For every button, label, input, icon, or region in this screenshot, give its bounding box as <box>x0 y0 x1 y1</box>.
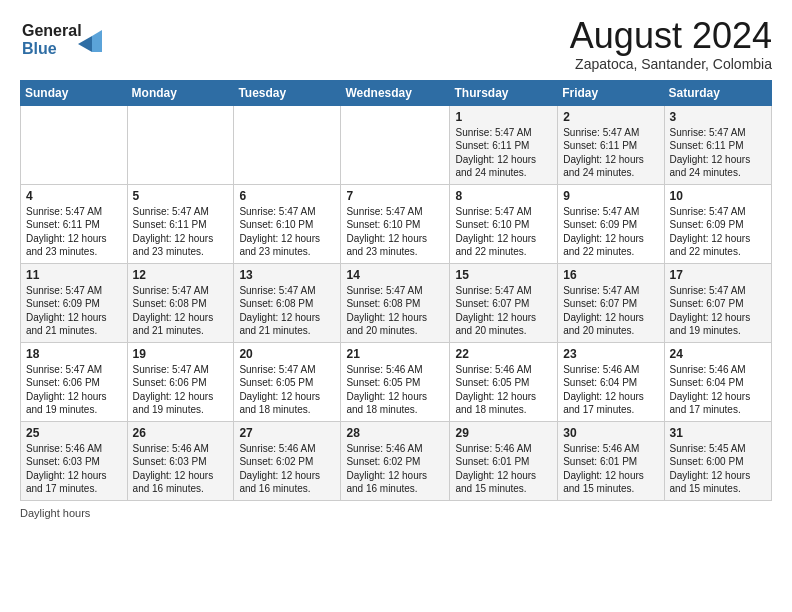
calendar-cell: 16Sunrise: 5:47 AM Sunset: 6:07 PM Dayli… <box>558 263 664 342</box>
day-number: 16 <box>563 268 658 282</box>
day-number: 31 <box>670 426 766 440</box>
day-info: Sunrise: 5:47 AM Sunset: 6:08 PM Dayligh… <box>239 284 335 338</box>
weekday-header-sunday: Sunday <box>21 80 128 105</box>
weekday-header-thursday: Thursday <box>450 80 558 105</box>
day-info: Sunrise: 5:47 AM Sunset: 6:07 PM Dayligh… <box>455 284 552 338</box>
calendar-cell: 3Sunrise: 5:47 AM Sunset: 6:11 PM Daylig… <box>664 105 771 184</box>
day-info: Sunrise: 5:47 AM Sunset: 6:10 PM Dayligh… <box>455 205 552 259</box>
day-number: 2 <box>563 110 658 124</box>
day-info: Sunrise: 5:47 AM Sunset: 6:11 PM Dayligh… <box>26 205 122 259</box>
day-number: 24 <box>670 347 766 361</box>
day-info: Sunrise: 5:46 AM Sunset: 6:04 PM Dayligh… <box>563 363 658 417</box>
day-number: 12 <box>133 268 229 282</box>
title-block: August 2024 Zapatoca, Santander, Colombi… <box>570 16 772 72</box>
day-number: 8 <box>455 189 552 203</box>
calendar-week-row: 25Sunrise: 5:46 AM Sunset: 6:03 PM Dayli… <box>21 421 772 500</box>
day-number: 28 <box>346 426 444 440</box>
day-info: Sunrise: 5:45 AM Sunset: 6:00 PM Dayligh… <box>670 442 766 496</box>
calendar-cell: 26Sunrise: 5:46 AM Sunset: 6:03 PM Dayli… <box>127 421 234 500</box>
calendar-week-row: 18Sunrise: 5:47 AM Sunset: 6:06 PM Dayli… <box>21 342 772 421</box>
weekday-header-saturday: Saturday <box>664 80 771 105</box>
calendar-cell: 14Sunrise: 5:47 AM Sunset: 6:08 PM Dayli… <box>341 263 450 342</box>
calendar-cell: 8Sunrise: 5:47 AM Sunset: 6:10 PM Daylig… <box>450 184 558 263</box>
day-number: 11 <box>26 268 122 282</box>
calendar-cell: 5Sunrise: 5:47 AM Sunset: 6:11 PM Daylig… <box>127 184 234 263</box>
day-info: Sunrise: 5:47 AM Sunset: 6:07 PM Dayligh… <box>563 284 658 338</box>
page: General Blue August 2024 Zapatoca, Santa… <box>0 0 792 529</box>
day-info: Sunrise: 5:46 AM Sunset: 6:01 PM Dayligh… <box>455 442 552 496</box>
calendar-cell: 31Sunrise: 5:45 AM Sunset: 6:00 PM Dayli… <box>664 421 771 500</box>
day-number: 13 <box>239 268 335 282</box>
calendar-cell <box>234 105 341 184</box>
day-info: Sunrise: 5:47 AM Sunset: 6:07 PM Dayligh… <box>670 284 766 338</box>
day-number: 19 <box>133 347 229 361</box>
calendar-cell: 28Sunrise: 5:46 AM Sunset: 6:02 PM Dayli… <box>341 421 450 500</box>
day-info: Sunrise: 5:47 AM Sunset: 6:06 PM Dayligh… <box>26 363 122 417</box>
day-number: 17 <box>670 268 766 282</box>
calendar-cell: 19Sunrise: 5:47 AM Sunset: 6:06 PM Dayli… <box>127 342 234 421</box>
calendar-cell: 10Sunrise: 5:47 AM Sunset: 6:09 PM Dayli… <box>664 184 771 263</box>
day-number: 4 <box>26 189 122 203</box>
day-number: 7 <box>346 189 444 203</box>
calendar-cell: 15Sunrise: 5:47 AM Sunset: 6:07 PM Dayli… <box>450 263 558 342</box>
day-number: 29 <box>455 426 552 440</box>
day-info: Sunrise: 5:47 AM Sunset: 6:08 PM Dayligh… <box>346 284 444 338</box>
logo: General Blue <box>20 16 110 64</box>
day-number: 5 <box>133 189 229 203</box>
calendar-cell: 11Sunrise: 5:47 AM Sunset: 6:09 PM Dayli… <box>21 263 128 342</box>
svg-marker-3 <box>92 30 102 52</box>
weekday-header-monday: Monday <box>127 80 234 105</box>
calendar-cell: 27Sunrise: 5:46 AM Sunset: 6:02 PM Dayli… <box>234 421 341 500</box>
svg-text:General: General <box>22 22 82 39</box>
calendar-cell: 6Sunrise: 5:47 AM Sunset: 6:10 PM Daylig… <box>234 184 341 263</box>
day-info: Sunrise: 5:47 AM Sunset: 6:11 PM Dayligh… <box>670 126 766 180</box>
day-info: Sunrise: 5:47 AM Sunset: 6:09 PM Dayligh… <box>670 205 766 259</box>
footer: Daylight hours <box>20 507 772 519</box>
calendar-cell: 12Sunrise: 5:47 AM Sunset: 6:08 PM Dayli… <box>127 263 234 342</box>
calendar-cell: 29Sunrise: 5:46 AM Sunset: 6:01 PM Dayli… <box>450 421 558 500</box>
day-info: Sunrise: 5:46 AM Sunset: 6:03 PM Dayligh… <box>26 442 122 496</box>
day-number: 23 <box>563 347 658 361</box>
day-info: Sunrise: 5:47 AM Sunset: 6:11 PM Dayligh… <box>455 126 552 180</box>
day-number: 30 <box>563 426 658 440</box>
header: General Blue August 2024 Zapatoca, Santa… <box>20 16 772 72</box>
day-number: 20 <box>239 347 335 361</box>
footer-label: Daylight hours <box>20 507 90 519</box>
subtitle: Zapatoca, Santander, Colombia <box>570 56 772 72</box>
day-info: Sunrise: 5:46 AM Sunset: 6:03 PM Dayligh… <box>133 442 229 496</box>
weekday-header-wednesday: Wednesday <box>341 80 450 105</box>
day-info: Sunrise: 5:46 AM Sunset: 6:02 PM Dayligh… <box>239 442 335 496</box>
calendar-cell: 17Sunrise: 5:47 AM Sunset: 6:07 PM Dayli… <box>664 263 771 342</box>
calendar-week-row: 4Sunrise: 5:47 AM Sunset: 6:11 PM Daylig… <box>21 184 772 263</box>
calendar-cell <box>341 105 450 184</box>
svg-text:Blue: Blue <box>22 40 57 57</box>
day-number: 18 <box>26 347 122 361</box>
calendar-cell <box>127 105 234 184</box>
calendar-cell: 7Sunrise: 5:47 AM Sunset: 6:10 PM Daylig… <box>341 184 450 263</box>
logo-text: General Blue <box>20 16 110 64</box>
calendar-cell <box>21 105 128 184</box>
day-number: 22 <box>455 347 552 361</box>
day-info: Sunrise: 5:46 AM Sunset: 6:05 PM Dayligh… <box>346 363 444 417</box>
day-number: 6 <box>239 189 335 203</box>
calendar-cell: 18Sunrise: 5:47 AM Sunset: 6:06 PM Dayli… <box>21 342 128 421</box>
calendar-week-row: 11Sunrise: 5:47 AM Sunset: 6:09 PM Dayli… <box>21 263 772 342</box>
calendar-cell: 30Sunrise: 5:46 AM Sunset: 6:01 PM Dayli… <box>558 421 664 500</box>
calendar-cell: 25Sunrise: 5:46 AM Sunset: 6:03 PM Dayli… <box>21 421 128 500</box>
day-number: 25 <box>26 426 122 440</box>
day-info: Sunrise: 5:47 AM Sunset: 6:09 PM Dayligh… <box>26 284 122 338</box>
day-info: Sunrise: 5:46 AM Sunset: 6:05 PM Dayligh… <box>455 363 552 417</box>
day-info: Sunrise: 5:46 AM Sunset: 6:04 PM Dayligh… <box>670 363 766 417</box>
day-number: 3 <box>670 110 766 124</box>
day-number: 27 <box>239 426 335 440</box>
calendar-cell: 4Sunrise: 5:47 AM Sunset: 6:11 PM Daylig… <box>21 184 128 263</box>
calendar-cell: 9Sunrise: 5:47 AM Sunset: 6:09 PM Daylig… <box>558 184 664 263</box>
day-info: Sunrise: 5:47 AM Sunset: 6:11 PM Dayligh… <box>563 126 658 180</box>
day-info: Sunrise: 5:47 AM Sunset: 6:06 PM Dayligh… <box>133 363 229 417</box>
day-info: Sunrise: 5:47 AM Sunset: 6:11 PM Dayligh… <box>133 205 229 259</box>
day-number: 1 <box>455 110 552 124</box>
day-number: 21 <box>346 347 444 361</box>
day-info: Sunrise: 5:46 AM Sunset: 6:02 PM Dayligh… <box>346 442 444 496</box>
day-number: 26 <box>133 426 229 440</box>
calendar-cell: 2Sunrise: 5:47 AM Sunset: 6:11 PM Daylig… <box>558 105 664 184</box>
